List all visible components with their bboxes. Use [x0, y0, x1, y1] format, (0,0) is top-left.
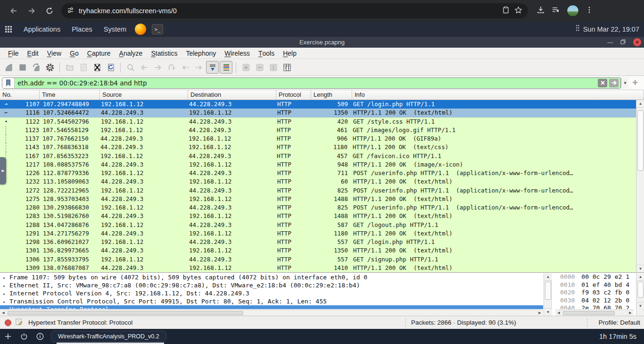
apply-filter-icon[interactable]: [609, 79, 619, 87]
auto-scroll-icon[interactable]: [206, 61, 219, 74]
expand-arrow-icon[interactable]: ▸: [3, 290, 9, 298]
download-icon[interactable]: [537, 6, 545, 16]
add-filter-button[interactable]: +: [629, 77, 641, 88]
kebab-menu-icon[interactable]: [586, 6, 593, 16]
packet-row[interactable]: •1122107.544502796192.168.1.1244.228.249…: [0, 117, 644, 126]
apps-grid-icon[interactable]: [0, 22, 18, 37]
capture-options-icon[interactable]: [43, 61, 56, 74]
close-icon[interactable]: ✕: [633, 38, 641, 46]
add-tab-icon[interactable]: [0, 329, 16, 344]
avatar[interactable]: [567, 5, 579, 17]
packet-row[interactable]: 1283130.51982676044.228.249.3192.168.1.1…: [0, 212, 644, 220]
reload-icon[interactable]: [42, 4, 57, 18]
packet-row[interactable]: 1272128.722212965192.168.1.1244.228.249.…: [0, 186, 644, 195]
scrollbar-thumb[interactable]: [637, 110, 644, 171]
clear-filter-icon[interactable]: [598, 79, 607, 87]
column-header-info[interactable]: Info: [352, 90, 644, 100]
menu-file[interactable]: File: [4, 48, 23, 59]
star-icon[interactable]: [514, 6, 522, 16]
filter-text[interactable]: eth.addr == 00:0c:29:e2:18:b4 and http: [15, 79, 598, 87]
display-filter-input[interactable]: eth.addr == 00:0c:29:e2:18:b4 and http: [2, 77, 621, 89]
packet-row[interactable]: 1232113.10580906344.228.249.3192.168.1.1…: [0, 177, 644, 186]
packet-row[interactable]: 1226112.878779336192.168.1.1244.228.249.…: [0, 169, 644, 177]
expand-arrow-icon[interactable]: ▸: [3, 274, 9, 282]
expand-arrow-icon[interactable]: ▸: [3, 282, 9, 290]
taskbar-menu-system[interactable]: System: [98, 22, 132, 37]
packet-row[interactable]: 1275128.95370340344.228.249.3192.168.1.1…: [0, 195, 644, 203]
vm-tab[interactable]: Wireshark-TrafficAnalysis_PROD_v0.2: [51, 331, 166, 342]
scroll-right-icon[interactable]: ▶: [627, 310, 634, 316]
packet-row[interactable]: 1288134.047286876192.168.1.1244.228.249.…: [0, 221, 644, 229]
taskbar-menu-places[interactable]: Places: [66, 22, 98, 37]
bookmark-icon[interactable]: [2, 78, 15, 88]
packet-row[interactable]: 1291134.27175627944.228.249.3192.168.1.1…: [0, 229, 644, 238]
scroll-up-icon[interactable]: ▲: [636, 100, 644, 108]
menu-help[interactable]: Help: [279, 48, 301, 59]
packet-row[interactable]: →1107107.294748849192.168.1.1244.228.249…: [0, 100, 644, 109]
clipboard-icon[interactable]: [502, 6, 510, 16]
scroll-down-icon[interactable]: ▼: [636, 302, 644, 310]
column-header-protocol[interactable]: Protocol: [276, 90, 311, 100]
url-text[interactable]: tryhackme.com/fullscreen-vms/0: [79, 7, 497, 15]
resize-columns-icon[interactable]: [281, 61, 293, 74]
detail-line[interactable]: ▸Hypertext Transfer Protocol: [0, 305, 543, 309]
power-icon[interactable]: [16, 329, 32, 344]
hex-row[interactable]: 000000 0c 29 e2 1: [555, 273, 634, 281]
scroll-right-icon[interactable]: ▶: [537, 310, 543, 316]
scroll-down-icon[interactable]: ▼: [544, 308, 552, 316]
packet-row[interactable]: 1137107.76766215044.228.249.3192.168.1.1…: [0, 134, 644, 143]
scroll-down-icon[interactable]: ▼: [636, 265, 644, 272]
packet-row[interactable]: 1301136.82997366544.228.249.3192.168.1.1…: [0, 246, 644, 255]
capture-comment-icon[interactable]: [15, 318, 23, 327]
packet-row[interactable]: 1298136.609621027192.168.1.1244.228.249.…: [0, 238, 644, 246]
scroll-left-icon[interactable]: ◀: [0, 310, 7, 316]
scroll-up-icon[interactable]: ▲: [636, 273, 644, 281]
details-vscrollbar[interactable]: ▲ ▼: [544, 273, 552, 316]
detail-line[interactable]: ▸Ethernet II, Src: VMware_98:c7:a8 (00:0…: [0, 281, 543, 289]
drawer-handle-icon[interactable]: ▶: [0, 157, 6, 185]
hex-vscrollbar[interactable]: ▲ ▼: [636, 273, 644, 316]
column-header-destination[interactable]: Destination: [188, 90, 276, 100]
restore-icon[interactable]: [620, 39, 626, 46]
wireshark-titlebar[interactable]: Exercise.pcapng — ✕: [0, 37, 644, 48]
colorize-icon[interactable]: [220, 61, 232, 74]
hex-row[interactable]: 001001 ef 40 bd 4: [555, 281, 634, 289]
minimize-icon[interactable]: —: [607, 39, 613, 46]
menu-go[interactable]: Go: [66, 48, 83, 59]
hex-row[interactable]: 0020f9 03 c2 fb 0: [555, 289, 634, 297]
column-header-time[interactable]: Time: [40, 90, 100, 100]
packet-row[interactable]: 1280130.293866830192.168.1.1244.228.249.…: [0, 203, 644, 212]
detail-line[interactable]: ▸Frame 1107: 509 bytes on wire (4072 bit…: [0, 273, 543, 281]
packet-list-scrollbar[interactable]: ▲ ▼: [636, 100, 644, 272]
info-icon[interactable]: [32, 329, 48, 344]
reload-file-icon[interactable]: [104, 61, 117, 74]
column-header-no[interactable]: No.: [0, 90, 40, 100]
packet-row[interactable]: 1143107.76883631844.228.249.3192.168.1.1…: [0, 143, 644, 151]
menu-tools[interactable]: Tools: [254, 48, 279, 59]
filter-dropdown-icon[interactable]: ▼: [621, 77, 629, 89]
menu-view[interactable]: View: [43, 48, 66, 59]
packet-row[interactable]: 1167107.856353223192.168.1.1244.228.249.…: [0, 152, 644, 160]
scroll-left-icon[interactable]: ◀: [555, 310, 562, 316]
packet-details-pane[interactable]: ▸Frame 1107: 509 bytes on wire (4072 bit…: [0, 273, 543, 309]
back-icon[interactable]: [7, 4, 21, 18]
hex-dump-pane[interactable]: 000000 0c 29 e2 1001001 ef 40 bd 40020f9…: [555, 273, 634, 309]
reading-list-icon[interactable]: [552, 6, 560, 16]
packet-row[interactable]: 1123107.546558129192.168.1.1244.228.249.…: [0, 126, 644, 134]
forward-icon[interactable]: [25, 4, 39, 18]
menu-capture[interactable]: Capture: [83, 48, 115, 59]
detail-line[interactable]: ▸Transmission Control Protocol, Src Port…: [0, 297, 543, 305]
hex-row[interactable]: 003004 02 12 2b 0: [555, 297, 634, 305]
expert-info-icon[interactable]: [5, 319, 11, 326]
detail-line[interactable]: ▸Internet Protocol Version 4, Src: 192.1…: [0, 289, 543, 297]
menu-telephony[interactable]: Telephony: [182, 48, 220, 59]
firefox-icon[interactable]: [132, 22, 149, 37]
url-bar[interactable]: tryhackme.com/fullscreen-vms/0: [61, 3, 528, 18]
column-header-source[interactable]: Source: [100, 90, 188, 100]
close-file-icon[interactable]: [91, 61, 103, 74]
terminal-icon[interactable]: >_: [149, 22, 166, 37]
packet-row[interactable]: 1306137.855933795192.168.1.1244.228.249.…: [0, 255, 644, 264]
menu-analyze[interactable]: Analyze: [115, 48, 147, 59]
status-profile[interactable]: Profile: Default: [598, 319, 640, 326]
tune-icon[interactable]: [67, 7, 74, 16]
